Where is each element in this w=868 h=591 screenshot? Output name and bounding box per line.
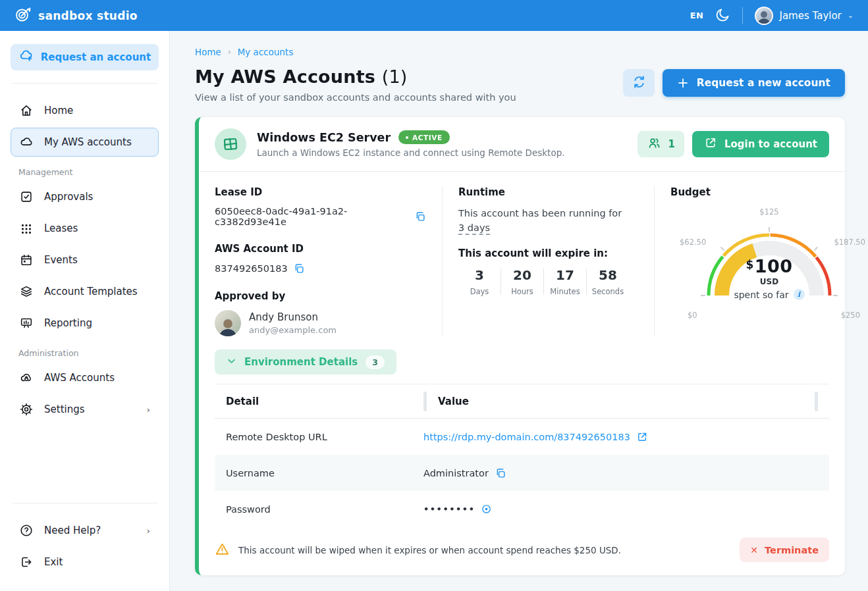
- main-content: Home › My accounts My AWS Accounts (1) V…: [170, 31, 868, 575]
- expire-label: This account will expire in:: [458, 247, 638, 259]
- cloud-lock-icon: [19, 371, 34, 385]
- expiry-countdown: 3 Days 20 Hours 17 Minutes 58: [458, 267, 638, 296]
- section-label-administration: Administration: [18, 348, 151, 358]
- chevron-down-icon: [227, 356, 236, 369]
- account-description: Launch a Windows EC2 instance and connec…: [257, 147, 565, 158]
- sidebar-item-settings[interactable]: Settings ›: [11, 395, 159, 424]
- runtime-column: Runtime This account has been running fo…: [442, 186, 654, 336]
- approver-email: andy@example.com: [249, 325, 337, 335]
- sidebar-item-leases[interactable]: Leases: [11, 214, 159, 243]
- request-account-button[interactable]: Request an account: [11, 44, 159, 70]
- runtime-text: This account has been running for 3 days: [458, 206, 638, 236]
- terminate-button[interactable]: ✕ Terminate: [740, 538, 829, 562]
- gauge-label-0: $0: [688, 311, 697, 320]
- table-header: Detail Value: [215, 384, 829, 419]
- sidebar: Request an account Home My AWS accounts …: [0, 31, 170, 591]
- column-resize-handle[interactable]: [815, 392, 818, 411]
- user-menu[interactable]: James Taylor ⌄: [755, 7, 854, 25]
- request-new-account-button[interactable]: + Request a new account: [663, 69, 845, 97]
- table-row-password: Password ••••••••: [215, 491, 829, 527]
- topbar-divider: [742, 7, 743, 24]
- windows-icon: [215, 128, 246, 160]
- calendar-icon: [19, 253, 34, 267]
- password-masked-value: ••••••••: [423, 504, 475, 514]
- page-subtitle: View a list of your sandbox accounts and…: [195, 92, 516, 103]
- budget-gauge: $0 $62.50 $125 $187.50 $250 $100 USD spe…: [670, 206, 868, 324]
- spent-caption: spent so far: [734, 290, 788, 300]
- sidebar-item-events[interactable]: Events: [11, 245, 159, 274]
- copy-username-button[interactable]: [495, 467, 506, 479]
- remote-desktop-url-link[interactable]: https://rdp.my-domain.com/837492650183: [423, 431, 648, 443]
- breadcrumb-home-link[interactable]: Home: [195, 47, 221, 57]
- shared-users-button[interactable]: 1: [637, 131, 684, 157]
- column-header-detail: Detail: [226, 396, 259, 407]
- runtime-title: Runtime: [458, 186, 638, 198]
- account-card: Windows EC2 Server ACTIVE Launch a Windo…: [195, 117, 845, 575]
- budget-column: Budget: [654, 186, 868, 336]
- sidebar-item-need-help[interactable]: Need Help? ›: [11, 516, 159, 545]
- spent-amount: $100: [717, 256, 822, 276]
- sidebar-item-reporting[interactable]: Reporting: [11, 309, 159, 338]
- cloud-icon: [19, 135, 34, 149]
- sidebar-item-aws-accounts[interactable]: AWS Accounts: [11, 363, 159, 392]
- sidebar-item-approvals[interactable]: Approvals: [11, 182, 159, 211]
- users-icon: [647, 136, 662, 153]
- external-link-icon: [704, 136, 717, 152]
- countdown-seconds: 58 Seconds: [587, 267, 629, 296]
- refresh-icon: [632, 74, 647, 91]
- sidebar-item-account-templates[interactable]: Account Templates: [11, 277, 159, 306]
- environment-details-toggle[interactable]: Environment Details 3: [215, 349, 396, 374]
- x-icon: ✕: [750, 545, 758, 555]
- language-selector[interactable]: EN: [690, 11, 704, 20]
- expiry-warning-text: This account will be wiped when it expir…: [238, 545, 621, 555]
- info-icon[interactable]: i: [794, 289, 805, 300]
- runtime-duration: 3 days: [458, 222, 490, 235]
- account-card-footer: This account will be wiped when it expir…: [199, 527, 845, 575]
- chevron-right-icon: ›: [147, 526, 150, 536]
- plus-icon: +: [677, 76, 689, 90]
- home-icon: [19, 103, 34, 118]
- grid-dots-icon: [19, 221, 34, 236]
- copy-lease-id-button[interactable]: [414, 211, 426, 222]
- gear-icon: [19, 402, 34, 417]
- approver-avatar: [215, 310, 241, 336]
- status-badge: ACTIVE: [398, 130, 450, 144]
- status-dot-icon: [406, 136, 408, 139]
- sidebar-item-home[interactable]: Home: [11, 96, 159, 125]
- gauge-label-62: $62.50: [680, 238, 706, 247]
- countdown-minutes: 17 Minutes: [544, 267, 586, 296]
- brand-logo-icon: [14, 5, 32, 26]
- accounts-count: (1): [382, 66, 408, 87]
- column-resize-handle[interactable]: [423, 392, 427, 411]
- lease-id-label: Lease ID: [215, 186, 426, 198]
- brand-name: sandbox studio: [38, 9, 138, 22]
- username-value: Administrator: [423, 468, 489, 478]
- countdown-hours: 20 Hours: [501, 267, 543, 296]
- sidebar-item-exit[interactable]: Exit: [11, 548, 159, 577]
- cloud-plus-icon: [18, 48, 34, 66]
- sidebar-footer: Need Help? › Exit: [11, 490, 159, 579]
- aws-account-id-value: 837492650183: [215, 263, 288, 274]
- environment-table: Detail Value Remote Desktop URL https://…: [215, 384, 829, 527]
- identifiers-column: Lease ID 6050eec8-0adc-49a1-91a2-c3382d9…: [215, 186, 442, 336]
- breadcrumb-separator: ›: [228, 47, 231, 57]
- table-row-username: Username Administrator: [215, 455, 829, 491]
- brand: sandbox studio: [14, 5, 138, 26]
- aws-account-id-label: AWS Account ID: [215, 243, 426, 255]
- logout-icon: [19, 555, 34, 569]
- sidebar-item-my-aws-accounts[interactable]: My AWS accounts: [11, 128, 159, 157]
- layers-icon: [19, 284, 34, 299]
- show-password-button[interactable]: [481, 503, 492, 515]
- warning-icon: [215, 542, 230, 559]
- presentation-chart-icon: [19, 316, 34, 330]
- refresh-button[interactable]: [623, 69, 655, 97]
- dark-mode-toggle[interactable]: [715, 7, 730, 24]
- breadcrumb: Home › My accounts: [195, 47, 845, 57]
- approver-name: Andy Brunson: [249, 311, 337, 323]
- login-to-account-button[interactable]: Login to account: [692, 131, 829, 157]
- gauge-label-250: $250: [841, 311, 860, 320]
- copy-aws-account-id-button[interactable]: [293, 263, 305, 274]
- lease-id-value: 6050eec8-0adc-49a1-91a2-c3382d93e41e: [215, 206, 409, 227]
- countdown-days: 3 Days: [458, 267, 501, 296]
- breadcrumb-current-link[interactable]: My accounts: [238, 47, 294, 57]
